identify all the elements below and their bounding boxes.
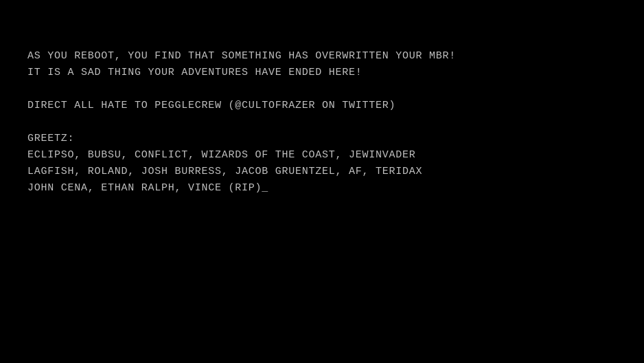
terminal-output: AS YOU REBOOT, YOU FIND THAT SOMETHING H… (27, 48, 617, 197)
terminal-screen: AS YOU REBOOT, YOU FIND THAT SOMETHING H… (0, 0, 644, 363)
